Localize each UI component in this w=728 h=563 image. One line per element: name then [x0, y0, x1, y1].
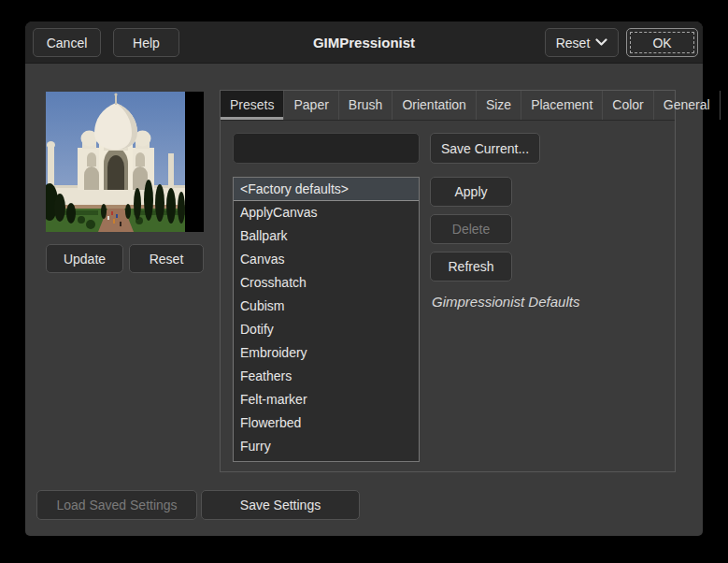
tab-color[interactable]: Color	[603, 91, 653, 120]
chevron-down-icon	[595, 38, 607, 47]
preview-reset-button[interactable]: Reset	[129, 244, 204, 273]
tab-placement[interactable]: Placement	[521, 91, 603, 120]
list-item[interactable]: Feathers	[234, 365, 419, 388]
apply-button[interactable]: Apply	[430, 177, 512, 207]
tab-presets[interactable]: Presets	[221, 91, 284, 120]
tab-general[interactable]: General	[654, 91, 721, 120]
load-saved-settings-button[interactable]: Load Saved Settings	[36, 490, 197, 520]
list-item[interactable]: Flowerbed	[234, 411, 419, 435]
list-item[interactable]: Embroidery	[234, 341, 419, 365]
update-button[interactable]: Update	[46, 244, 123, 273]
tab-size[interactable]: Size	[477, 91, 521, 120]
list-item[interactable]: Canvas	[234, 248, 419, 271]
taj-mahal-illustration	[46, 92, 185, 232]
tab-orientation[interactable]: Orientation	[393, 91, 476, 120]
preset-name-input[interactable]	[233, 133, 420, 164]
reset-menu-label: Reset	[556, 36, 591, 51]
list-item[interactable]: Felt-marker	[234, 388, 419, 411]
save-current-button[interactable]: Save Current...	[430, 133, 540, 164]
delete-button[interactable]: Delete	[430, 214, 512, 244]
settings-notebook: Presets Paper Brush Orientation Size Pla…	[220, 90, 676, 472]
list-item[interactable]: Dotify	[234, 318, 419, 341]
help-button[interactable]: Help	[113, 28, 179, 57]
list-item-factory-defaults[interactable]: <Factory defaults>	[234, 178, 419, 201]
tab-brush[interactable]: Brush	[339, 91, 393, 120]
list-item[interactable]: Cubism	[234, 295, 419, 318]
reset-menu-button[interactable]: Reset	[545, 28, 619, 57]
list-item[interactable]: Ballpark	[234, 224, 419, 248]
preset-list[interactable]: <Factory defaults> ApplyCanvas Ballpark …	[233, 177, 420, 462]
preset-description: Gimpressionist Defaults	[432, 294, 579, 310]
title-bar: Cancel Help GIMPressionist Reset OK	[25, 22, 703, 64]
list-item[interactable]: ApplyCanvas	[234, 201, 419, 224]
cancel-button[interactable]: Cancel	[33, 28, 101, 57]
list-item[interactable]: Furry	[234, 435, 419, 458]
save-settings-button[interactable]: Save Settings	[201, 490, 360, 520]
tab-paper[interactable]: Paper	[284, 91, 338, 120]
gimpressionist-dialog: Cancel Help GIMPressionist Reset OK	[25, 22, 703, 536]
tab-strip: Presets Paper Brush Orientation Size Pla…	[221, 91, 675, 121]
refresh-button[interactable]: Refresh	[430, 252, 512, 282]
list-item[interactable]: Crosshatch	[234, 271, 419, 295]
screen: Cancel Help GIMPressionist Reset OK	[0, 0, 728, 563]
ok-button[interactable]: OK	[626, 28, 698, 57]
preview-image	[46, 92, 204, 232]
